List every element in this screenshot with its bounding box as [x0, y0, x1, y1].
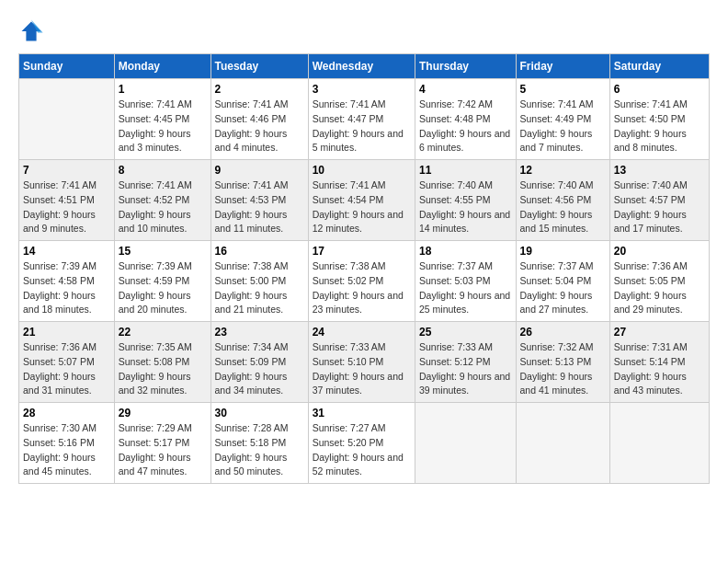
day-cell: 19Sunrise: 7:37 AMSunset: 5:04 PMDayligh…: [516, 241, 609, 322]
day-cell: 10Sunrise: 7:41 AMSunset: 4:54 PMDayligh…: [308, 160, 415, 241]
day-number: 30: [215, 407, 304, 419]
day-cell: 9Sunrise: 7:41 AMSunset: 4:53 PMDaylight…: [210, 160, 308, 241]
day-number: 8: [119, 164, 207, 177]
day-number: 7: [23, 164, 110, 177]
day-cell: 12Sunrise: 7:40 AMSunset: 4:56 PMDayligh…: [516, 160, 609, 241]
day-number: 24: [313, 326, 411, 339]
day-number: 26: [520, 326, 606, 339]
day-number: 3: [313, 83, 411, 96]
day-info: Sunrise: 7:33 AMSunset: 5:12 PMDaylight:…: [419, 340, 512, 398]
day-number: 20: [614, 245, 705, 258]
day-info: Sunrise: 7:27 AMSunset: 5:20 PMDaylight:…: [313, 421, 411, 479]
day-info: Sunrise: 7:33 AMSunset: 5:10 PMDaylight:…: [313, 340, 411, 398]
header: [18, 18, 710, 44]
header-cell-saturday: Saturday: [609, 54, 709, 79]
day-number: 23: [215, 326, 304, 339]
week-row-2: 7Sunrise: 7:41 AMSunset: 4:51 PMDaylight…: [19, 160, 710, 241]
day-cell: 23Sunrise: 7:34 AMSunset: 5:09 PMDayligh…: [210, 322, 308, 403]
calendar-header: SundayMondayTuesdayWednesdayThursdayFrid…: [19, 54, 710, 79]
day-info: Sunrise: 7:35 AMSunset: 5:08 PMDaylight:…: [119, 340, 207, 398]
day-info: Sunrise: 7:42 AMSunset: 4:48 PMDaylight:…: [419, 98, 512, 155]
day-cell: 30Sunrise: 7:28 AMSunset: 5:18 PMDayligh…: [210, 403, 308, 484]
header-cell-monday: Monday: [114, 54, 210, 79]
day-number: 1: [119, 83, 207, 96]
day-number: 11: [419, 164, 512, 177]
day-info: Sunrise: 7:41 AMSunset: 4:52 PMDaylight:…: [119, 178, 207, 236]
day-info: Sunrise: 7:41 AMSunset: 4:49 PMDaylight:…: [520, 98, 606, 155]
day-cell: 17Sunrise: 7:38 AMSunset: 5:02 PMDayligh…: [308, 241, 415, 322]
day-info: Sunrise: 7:38 AMSunset: 5:00 PMDaylight:…: [215, 259, 304, 317]
day-cell: 31Sunrise: 7:27 AMSunset: 5:20 PMDayligh…: [308, 403, 415, 484]
day-info: Sunrise: 7:41 AMSunset: 4:45 PMDaylight:…: [119, 98, 207, 155]
week-row-1: 1Sunrise: 7:41 AMSunset: 4:45 PMDaylight…: [19, 79, 710, 160]
day-info: Sunrise: 7:28 AMSunset: 5:18 PMDaylight:…: [215, 421, 304, 479]
day-cell: 5Sunrise: 7:41 AMSunset: 4:49 PMDaylight…: [516, 79, 609, 160]
header-cell-wednesday: Wednesday: [308, 54, 415, 79]
day-number: 4: [419, 83, 512, 96]
header-row: SundayMondayTuesdayWednesdayThursdayFrid…: [19, 54, 710, 79]
day-cell: 2Sunrise: 7:41 AMSunset: 4:46 PMDaylight…: [210, 79, 308, 160]
day-info: Sunrise: 7:41 AMSunset: 4:50 PMDaylight:…: [614, 98, 705, 155]
day-number: 13: [614, 164, 705, 177]
day-cell: 25Sunrise: 7:33 AMSunset: 5:12 PMDayligh…: [415, 322, 516, 403]
day-number: 12: [520, 164, 606, 177]
calendar-body: 1Sunrise: 7:41 AMSunset: 4:45 PMDaylight…: [19, 79, 710, 484]
day-number: 21: [23, 326, 110, 339]
day-number: 31: [313, 407, 411, 419]
calendar-table: SundayMondayTuesdayWednesdayThursdayFrid…: [18, 53, 710, 484]
day-number: 22: [119, 326, 207, 339]
day-number: 14: [23, 245, 110, 258]
day-cell: 22Sunrise: 7:35 AMSunset: 5:08 PMDayligh…: [114, 322, 210, 403]
logo: [18, 18, 48, 44]
day-number: 18: [419, 245, 512, 258]
day-cell: 20Sunrise: 7:36 AMSunset: 5:05 PMDayligh…: [609, 241, 709, 322]
day-info: Sunrise: 7:31 AMSunset: 5:14 PMDaylight:…: [614, 340, 705, 398]
day-cell: [19, 79, 115, 160]
day-number: 6: [614, 83, 705, 96]
day-info: Sunrise: 7:40 AMSunset: 4:57 PMDaylight:…: [614, 178, 705, 236]
header-cell-tuesday: Tuesday: [210, 54, 308, 79]
day-info: Sunrise: 7:41 AMSunset: 4:54 PMDaylight:…: [313, 178, 411, 236]
day-number: 2: [215, 83, 304, 96]
day-number: 19: [520, 245, 606, 258]
week-row-4: 21Sunrise: 7:36 AMSunset: 5:07 PMDayligh…: [19, 322, 710, 403]
day-info: Sunrise: 7:36 AMSunset: 5:07 PMDaylight:…: [23, 340, 110, 398]
day-info: Sunrise: 7:41 AMSunset: 4:53 PMDaylight:…: [215, 178, 304, 236]
day-info: Sunrise: 7:39 AMSunset: 4:59 PMDaylight:…: [119, 259, 207, 317]
day-cell: 6Sunrise: 7:41 AMSunset: 4:50 PMDaylight…: [609, 79, 709, 160]
header-cell-sunday: Sunday: [19, 54, 115, 79]
day-info: Sunrise: 7:32 AMSunset: 5:13 PMDaylight:…: [520, 340, 606, 398]
day-cell: 1Sunrise: 7:41 AMSunset: 4:45 PMDaylight…: [114, 79, 210, 160]
header-cell-friday: Friday: [516, 54, 609, 79]
week-row-5: 28Sunrise: 7:30 AMSunset: 5:16 PMDayligh…: [19, 403, 710, 484]
day-cell: 15Sunrise: 7:39 AMSunset: 4:59 PMDayligh…: [114, 241, 210, 322]
day-cell: 14Sunrise: 7:39 AMSunset: 4:58 PMDayligh…: [19, 241, 115, 322]
day-number: 17: [313, 245, 411, 258]
day-cell: 8Sunrise: 7:41 AMSunset: 4:52 PMDaylight…: [114, 160, 210, 241]
day-info: Sunrise: 7:36 AMSunset: 5:05 PMDaylight:…: [614, 259, 705, 317]
day-cell: 21Sunrise: 7:36 AMSunset: 5:07 PMDayligh…: [19, 322, 115, 403]
logo-icon: [18, 18, 44, 44]
day-number: 29: [119, 407, 207, 419]
day-info: Sunrise: 7:41 AMSunset: 4:51 PMDaylight:…: [23, 178, 110, 236]
day-cell: 4Sunrise: 7:42 AMSunset: 4:48 PMDaylight…: [415, 79, 516, 160]
day-info: Sunrise: 7:29 AMSunset: 5:17 PMDaylight:…: [119, 421, 207, 479]
header-cell-thursday: Thursday: [415, 54, 516, 79]
day-cell: [516, 403, 609, 484]
day-info: Sunrise: 7:39 AMSunset: 4:58 PMDaylight:…: [23, 259, 110, 317]
day-cell: 3Sunrise: 7:41 AMSunset: 4:47 PMDaylight…: [308, 79, 415, 160]
day-cell: 7Sunrise: 7:41 AMSunset: 4:51 PMDaylight…: [19, 160, 115, 241]
day-cell: 28Sunrise: 7:30 AMSunset: 5:16 PMDayligh…: [19, 403, 115, 484]
day-number: 25: [419, 326, 512, 339]
day-info: Sunrise: 7:40 AMSunset: 4:56 PMDaylight:…: [520, 178, 606, 236]
day-cell: 18Sunrise: 7:37 AMSunset: 5:03 PMDayligh…: [415, 241, 516, 322]
day-info: Sunrise: 7:34 AMSunset: 5:09 PMDaylight:…: [215, 340, 304, 398]
day-info: Sunrise: 7:37 AMSunset: 5:03 PMDaylight:…: [419, 259, 512, 317]
day-cell: 29Sunrise: 7:29 AMSunset: 5:17 PMDayligh…: [114, 403, 210, 484]
day-info: Sunrise: 7:38 AMSunset: 5:02 PMDaylight:…: [313, 259, 411, 317]
day-cell: [415, 403, 516, 484]
day-info: Sunrise: 7:41 AMSunset: 4:47 PMDaylight:…: [313, 98, 411, 155]
day-number: 15: [119, 245, 207, 258]
day-cell: 27Sunrise: 7:31 AMSunset: 5:14 PMDayligh…: [609, 322, 709, 403]
day-cell: 16Sunrise: 7:38 AMSunset: 5:00 PMDayligh…: [210, 241, 308, 322]
